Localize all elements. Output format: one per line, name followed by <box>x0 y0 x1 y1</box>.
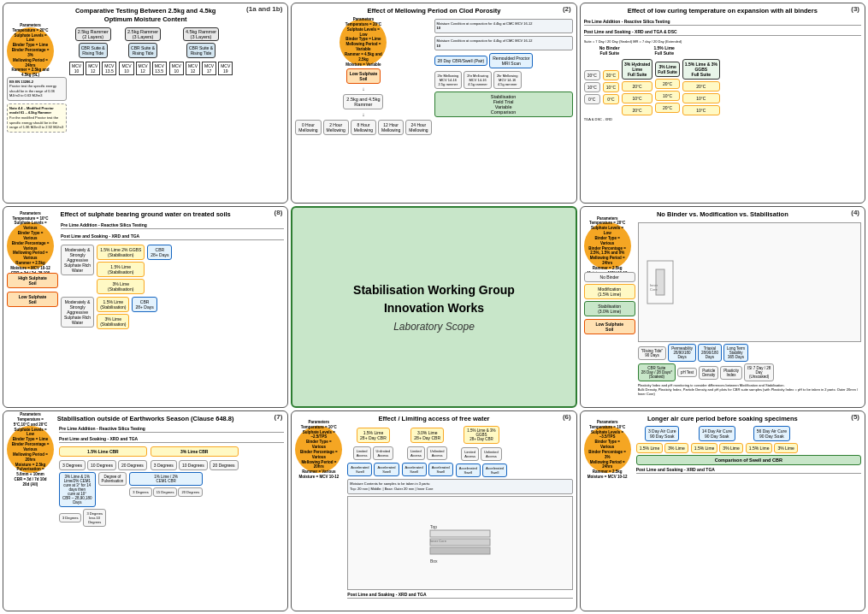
t-high-3: 3% Lime(Stabilisation) <box>97 279 145 294</box>
3pct-lime-header: 3% LimeFull Suite <box>655 62 680 77</box>
limited-2: LimitedAccess <box>407 446 425 460</box>
mcv-cell: MCV12 <box>186 62 200 75</box>
no-binder-col-label: No Binder <box>584 272 635 282</box>
rammer-1-label: 2.5kg Rammer(2 Layers) <box>75 27 111 41</box>
cure-56-day: 56 Day Air Cure90 Day Soak 1.5% Lime 3% … <box>746 426 798 453</box>
post-lime-header: Post Lime and Soaking - XRD and TGA & DS… <box>584 29 861 36</box>
moisture-note-6: Moisture Contents for samples to be take… <box>347 479 572 493</box>
rising-tide-test: "Rising Tide"90 Days <box>638 346 666 360</box>
unlimited-2: UnlimitedAccess <box>427 446 448 460</box>
panel-6-right: 1.5% Lime28+ Day CBR LimitedAccess Unlim… <box>347 426 572 599</box>
3pct-lime-col: 3% LimeFull Suite 20°C 10°C 20°C <box>655 62 680 113</box>
mellowing-0hr: 0 HourMellowing <box>295 120 321 135</box>
center-title-line1: Stabilisation Working Group <box>353 281 515 299</box>
particle-density-test: ParticleDensity <box>699 366 718 380</box>
panel-8: (8) Effect of sulphate bearing ground wa… <box>3 206 288 407</box>
panel-5: (5) Longer air cure period before soakin… <box>580 410 865 611</box>
aggressive-box-high: Moderately &StronglyAggressiveSulphate R… <box>61 245 94 275</box>
low-sulphate-soil-4: Low SulphateSoil <box>584 319 635 334</box>
pre-lime-header: Pre Lime Addition - Reactive Silica Test… <box>584 19 861 26</box>
panel-5-title: Longer air cure period before soaking sp… <box>584 415 861 423</box>
tga-note: TGA & DSC - XRD <box>584 117 861 121</box>
t-low-1: 1.5% Lime(Stabilisation) <box>97 297 129 312</box>
t-high-2: 1.5% Lime(Stabilisation) <box>97 262 145 277</box>
no-binder-col: 20°C 10°C 0°C <box>584 70 600 104</box>
plasticity-index-test: PlasticityIndex <box>720 366 742 380</box>
panel-2-content: Parameters Temperature = 20°C Sulphate L… <box>295 19 572 192</box>
cbr-mri-row: 28 Day CBR/Swell (Pair) Remoulded Procto… <box>434 53 573 68</box>
aggressive-box-low: Moderately &StronglyAggressiveSulphate R… <box>61 297 94 328</box>
svg-text:Box: Box <box>430 558 438 564</box>
accel-swell-3a: AcceleratedSwell <box>456 463 481 477</box>
panel-3: (3) Effect of low curing temperature on … <box>580 3 865 204</box>
mcv-cell: MCV13.5 <box>102 62 116 75</box>
cem-label: 1% Lime / 2%CEM1 CBR <box>129 472 203 486</box>
mellowing-periods: 0 HourMellowing 2 HourMellowing 8 HourMe… <box>295 120 431 135</box>
panel-4-right: Inner Core "Rising Tide"90 Days Permeabi… <box>638 222 861 396</box>
nb-temp-10: 10°C <box>584 82 600 92</box>
panel-6-number: (6) <box>563 413 571 421</box>
panel-8-content: Parameters Temperature = 10°C Sulphate L… <box>7 222 284 396</box>
pre-lime-7: Pre Lime Addition - Reactive Silica Test… <box>59 426 284 433</box>
lime-ggbs-header: 1.5% Lime & 3%GGBSFull Suite <box>682 59 720 80</box>
cbr-28-days-low: CBR28+ Days <box>132 297 156 312</box>
panel-1-params: Parameters Temperature = 20°C Sulphate L… <box>7 27 54 74</box>
isi-test: ISI 7 Day / 28Day(Unsoaked) <box>744 363 774 381</box>
mcv-cell: MCV10 <box>119 62 133 75</box>
column-headers: No Binder Modification(1.5% Lime) Stabil… <box>584 272 635 316</box>
mellowing-12hr: 12 HourMellowing <box>378 120 404 135</box>
lime-3-cure14: 3% Lime <box>719 443 742 453</box>
triaxial-test: Triaxial28/90/180Days <box>698 344 722 362</box>
panel-1-title: Comparative Testing Between 2.5kg and 4.… <box>7 7 284 24</box>
unlimited-1: UnlimitedAccess <box>373 446 394 460</box>
accel-swell-2b: AcceleratedSwell <box>428 463 453 476</box>
stabilisation-col-label: Stabilisation(3.0% Lime) <box>584 301 635 316</box>
sub-label-2: 2hr MellowingMCV 14-164.5g rammer <box>464 71 492 89</box>
high-sulphate-soil: High SulphateSoil <box>7 273 58 288</box>
panel-8-left: Parameters Temperature = 10°C Sulphate L… <box>7 222 58 396</box>
panel-6-content: Parameters Temperature = 10°C Sulphate L… <box>295 426 572 599</box>
mcv-cell: MCV17 <box>202 62 216 75</box>
lime-3-label: 3% Lime CBR <box>151 446 239 457</box>
modification-col-label: Modification(1.5% Lime) <box>584 284 635 299</box>
mri-scan-box: Remoulded ProctorMRI Scan <box>489 53 533 68</box>
cbr-28-days: CBR28+ Days <box>147 245 172 260</box>
panel-7: (7) Stabilisation outside of Earthworks … <box>3 410 288 611</box>
pulverisation-box: Degree ofPulverisation <box>98 472 127 486</box>
cem-col: 1% Lime / 2%CEM1 CBR 3 Degrees 15 Degree… <box>129 472 203 497</box>
panel-5-right: 3 Day Air Cure90 Day Soak 1.5% Lime 3% L… <box>636 426 861 599</box>
lime-3-cure56: 3% Lime <box>774 443 797 453</box>
svg-text:Top: Top <box>430 524 437 529</box>
lime-col: 20°C 10°C 0°C <box>603 70 619 104</box>
panel-1-content: Parameters Temperature = 20°C Sulphate L… <box>7 27 284 201</box>
t-high-1: 1.5% Lime 2% GGBS(Stabilisation) <box>97 245 145 260</box>
panel-2-title: Effect of Mellowing Period on Clod Poros… <box>295 7 572 15</box>
accel-swell-1a: AcceleratedSwell <box>347 463 372 476</box>
treatments-low: 1.5% Lime(Stabilisation) 3% Lime(Stabili… <box>97 297 129 329</box>
limited-1: LimitedAccess <box>353 446 371 460</box>
lime-ggbs-treatment: 1.5% Lime & 3%GGBS28+ Day CBR LimitedAcc… <box>456 426 507 477</box>
temps-1-5: 3 Degrees 10 Degrees 20 Degrees <box>59 460 147 470</box>
panel-1-rammers: 2.5kg Rammer(2 Layers) CBR Suite &Rising… <box>69 27 284 201</box>
rammer-label-2: 2.5kg and 4.5kgRammer <box>343 94 383 109</box>
accel-swell-3b: AcceleratedSwell <box>482 463 507 477</box>
tests-row: "Rising Tide"90 Days Permeability28/90/1… <box>638 344 861 362</box>
lime-temp-20: 20°C <box>603 70 619 80</box>
mcv-row-1: MCV10 MCV12 MCV13.5 <box>69 62 116 75</box>
svg-rect-5 <box>430 530 490 537</box>
comparison-swell-cbr: Comparison of Swell and CBR <box>636 455 861 465</box>
post-lime-8: Post Lime and Soaking - XRD and TGA <box>61 233 284 240</box>
low-sulphate-soil: Low SulphateSoil <box>346 68 381 84</box>
panel-4-title: No Binder vs. Modification vs. Stabilisa… <box>584 210 861 219</box>
panel-2-number: (2) <box>563 5 571 13</box>
svg-rect-7 <box>430 547 490 554</box>
lime-1-5-label: 1.5% Lime CBR <box>59 446 147 457</box>
panel-6: (6) Effect / Limiting access of free wat… <box>291 410 576 611</box>
panel-8-number: (8) <box>275 209 283 216</box>
long-term-test: Long TermStability365 Days <box>723 344 748 362</box>
diagram-area-6: Top Box Inner Core <box>347 496 572 590</box>
lime-1-5-cure56: 1.5% Lime <box>746 443 773 453</box>
mcv-row-3: MCV10 MCV12 MCV17 MCV19 <box>169 62 233 75</box>
panel-8-params: Parameters Temperature = 10°C Sulphate L… <box>7 222 54 269</box>
rammer-2-label: 2.5kg Rammer(3 Layers) <box>125 27 161 41</box>
